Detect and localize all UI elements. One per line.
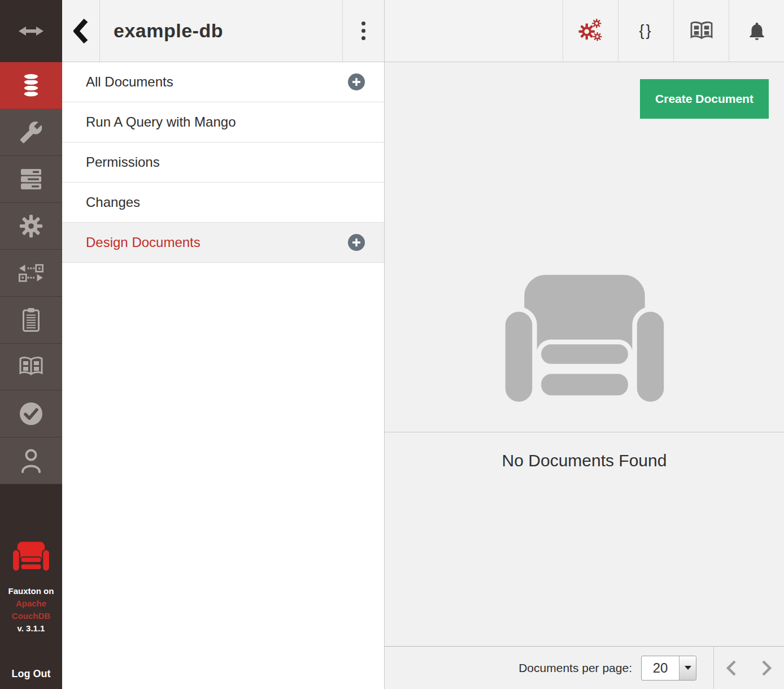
chevron-right-icon [761,660,772,677]
brand-version: v. 3.1.1 [8,622,54,635]
main-header: {} [385,0,784,62]
nav-item-label: Permissions [86,154,160,170]
couchdb-logo[interactable] [12,541,50,574]
plus-icon [351,237,361,248]
fauxton-app: Fauxton on Apache CouchDB v. 3.1.1 Log O… [0,0,784,689]
nav-item-label: Changes [86,194,140,210]
database-settings-button[interactable] [563,0,618,62]
pagination-footer: Documents per page: 20 [385,646,784,689]
sidebar-item-setup[interactable] [0,109,62,156]
sidebar-item-active-tasks[interactable] [0,156,62,203]
kebab-menu-icon [361,21,365,40]
brand-line-fauxton: Fauxton on [8,585,54,597]
database-options-button[interactable] [342,0,384,62]
main-panel: {} Create Document [385,0,784,689]
content-divider [385,432,784,432]
notifications-button[interactable] [729,0,784,62]
add-design-document-button[interactable] [348,234,365,251]
primary-sidebar: Fauxton on Apache CouchDB v. 3.1.1 Log O… [0,0,62,689]
resize-arrows-icon [19,24,43,38]
nav-item-mango-query[interactable]: Run A Query with Mango [62,102,384,142]
nav-item-label: Run A Query with Mango [86,114,236,130]
server-stack-icon [20,168,42,190]
json-view-button[interactable]: {} [618,0,673,62]
chevron-left-icon [726,660,737,677]
sidebar-item-databases[interactable] [0,62,62,109]
sidebar-item-account[interactable] [0,437,62,484]
add-document-button[interactable] [348,73,365,90]
logout-button[interactable]: Log Out [12,668,51,680]
sidebar-footer: Fauxton on Apache CouchDB v. 3.1.1 Log O… [0,484,62,689]
database-header: example-db [62,0,384,62]
database-nav-panel: example-db All Documents Run A Query wit… [62,0,385,689]
nav-item-all-documents[interactable]: All Documents [62,62,384,102]
create-document-button[interactable]: Create Document [640,79,769,119]
couch-placeholder-icon [497,272,672,404]
back-button[interactable] [62,0,100,62]
book-icon [18,356,44,378]
sidebar-item-documentation[interactable] [0,344,62,391]
wrench-icon [19,120,43,144]
documentation-book-icon [689,21,714,41]
couchdb-couch-icon [12,541,50,571]
back-chevron-icon [73,18,88,44]
brand-line-apache: Apache [8,597,54,610]
json-braces-icon: {} [639,22,652,40]
check-circle-icon [19,401,43,426]
documentation-button[interactable] [673,0,729,62]
sidebar-item-configuration[interactable] [0,203,62,250]
brand-line-couchdb: CouchDB [8,610,54,622]
documents-per-page-select[interactable]: 20 [641,656,696,681]
documents-content-area: Create Document No Documents Found [385,62,784,646]
sidebar-item-replication[interactable] [0,250,62,297]
brand-text: Fauxton on Apache CouchDB v. 3.1.1 [8,585,54,635]
next-page-button[interactable] [749,647,784,689]
previous-page-button[interactable] [714,647,749,689]
select-dropdown-arrow-icon [679,656,696,680]
nav-item-design-documents[interactable]: Design Documents [62,223,384,263]
database-icon [20,72,42,98]
sidebar-item-active-docs[interactable] [0,297,62,344]
sidebar-resize-handle[interactable] [0,0,62,62]
empty-state-text: No Documents Found [385,451,784,470]
notifications-bell-icon [746,20,768,42]
clipboard-icon [21,307,41,332]
documents-per-page-label: Documents per page: [519,661,632,675]
per-page-value: 20 [642,656,679,680]
nav-item-label: All Documents [86,74,173,90]
nav-item-permissions[interactable]: Permissions [62,142,384,183]
user-icon [20,448,42,474]
sidebar-item-verify[interactable] [0,391,62,437]
nav-item-label: Design Documents [86,235,201,250]
database-gears-icon [578,18,604,45]
nav-item-changes[interactable]: Changes [62,183,384,223]
plus-icon [351,77,361,87]
replication-icon [18,263,44,283]
database-title: example-db [100,20,223,42]
gear-icon [19,214,43,238]
empty-state-couch-placeholder [497,272,672,406]
